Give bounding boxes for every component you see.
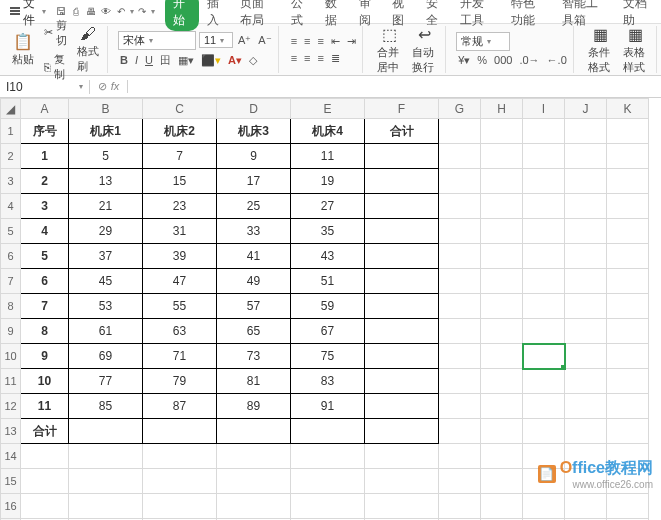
cell[interactable] — [565, 394, 607, 419]
cell[interactable]: 49 — [217, 269, 291, 294]
cell[interactable] — [439, 319, 481, 344]
cell[interactable] — [439, 494, 481, 519]
cell[interactable] — [607, 294, 649, 319]
col-header[interactable]: A — [21, 99, 69, 119]
col-header[interactable]: K — [607, 99, 649, 119]
indent-right-icon[interactable]: ⇥ — [345, 34, 358, 49]
cell[interactable] — [565, 244, 607, 269]
cell[interactable]: 59 — [291, 294, 365, 319]
cell[interactable] — [481, 344, 523, 369]
cell[interactable] — [565, 369, 607, 394]
cell[interactable] — [481, 169, 523, 194]
cell[interactable] — [565, 144, 607, 169]
cell[interactable] — [439, 144, 481, 169]
cell[interactable]: 机床1 — [69, 119, 143, 144]
cell[interactable] — [565, 169, 607, 194]
row-header[interactable]: 13 — [1, 419, 21, 444]
align-right-icon[interactable]: ≡ — [316, 51, 326, 65]
underline-icon[interactable]: U — [143, 53, 155, 67]
cell[interactable] — [69, 469, 143, 494]
cell[interactable]: 机床2 — [143, 119, 217, 144]
cell[interactable]: 47 — [143, 269, 217, 294]
cell[interactable] — [607, 394, 649, 419]
cell[interactable]: 41 — [217, 244, 291, 269]
cell[interactable] — [565, 119, 607, 144]
cell[interactable] — [365, 294, 439, 319]
cell[interactable] — [523, 219, 565, 244]
row-header[interactable]: 10 — [1, 344, 21, 369]
italic-icon[interactable]: I — [133, 53, 140, 67]
clear-format-icon[interactable]: ◇ — [247, 53, 259, 68]
cell[interactable]: 75 — [291, 344, 365, 369]
redo-icon[interactable]: ↷ — [136, 4, 149, 20]
cell[interactable] — [365, 269, 439, 294]
row-header[interactable]: 6 — [1, 244, 21, 269]
cell[interactable]: 31 — [143, 219, 217, 244]
chevron-down-icon[interactable]: ▾ — [151, 7, 155, 16]
cell[interactable] — [607, 344, 649, 369]
cell[interactable] — [607, 319, 649, 344]
cell[interactable]: 11 — [21, 394, 69, 419]
cell[interactable]: 合计 — [365, 119, 439, 144]
row-header[interactable]: 3 — [1, 169, 21, 194]
increase-font-icon[interactable]: A⁺ — [236, 33, 253, 48]
cell[interactable] — [291, 419, 365, 444]
cell[interactable]: 11 — [291, 144, 365, 169]
cell[interactable]: 91 — [291, 394, 365, 419]
cell[interactable]: 17 — [217, 169, 291, 194]
cell[interactable] — [217, 469, 291, 494]
cell[interactable]: 71 — [143, 344, 217, 369]
cell[interactable] — [481, 144, 523, 169]
undo-icon[interactable]: ↶ — [115, 4, 128, 20]
align-bottom-icon[interactable]: ≡ — [316, 34, 326, 48]
comma-icon[interactable]: 000 — [492, 53, 514, 67]
cell[interactable]: 9 — [21, 344, 69, 369]
cell[interactable] — [607, 144, 649, 169]
cell[interactable] — [143, 419, 217, 444]
auto-wrap-button[interactable]: ↩自动换行 — [408, 23, 441, 77]
cell[interactable]: 21 — [69, 194, 143, 219]
cell[interactable] — [607, 269, 649, 294]
align-left-icon[interactable]: ≡ — [289, 51, 299, 65]
cell[interactable] — [143, 444, 217, 469]
cell[interactable] — [365, 344, 439, 369]
cell[interactable] — [365, 194, 439, 219]
cell[interactable]: 序号 — [21, 119, 69, 144]
cell[interactable] — [523, 419, 565, 444]
row-header[interactable]: 16 — [1, 494, 21, 519]
cell[interactable] — [291, 494, 365, 519]
font-name-select[interactable]: 宋体▾ — [118, 31, 196, 50]
cell[interactable] — [481, 394, 523, 419]
cell[interactable] — [481, 469, 523, 494]
cell[interactable] — [365, 244, 439, 269]
cell[interactable] — [523, 119, 565, 144]
cell[interactable]: 13 — [69, 169, 143, 194]
cell[interactable] — [523, 344, 565, 369]
cell[interactable] — [69, 419, 143, 444]
row-header[interactable]: 2 — [1, 144, 21, 169]
cell[interactable] — [523, 269, 565, 294]
cell[interactable] — [481, 494, 523, 519]
cell[interactable] — [21, 469, 69, 494]
cell[interactable] — [523, 494, 565, 519]
cell[interactable]: 机床4 — [291, 119, 365, 144]
row-header[interactable]: 8 — [1, 294, 21, 319]
cell[interactable]: 51 — [291, 269, 365, 294]
cell[interactable]: 89 — [217, 394, 291, 419]
col-header[interactable]: J — [565, 99, 607, 119]
preview-icon[interactable]: 👁 — [99, 4, 112, 20]
row-header[interactable]: 14 — [1, 444, 21, 469]
row-header[interactable]: 4 — [1, 194, 21, 219]
cell[interactable] — [217, 419, 291, 444]
cell[interactable] — [439, 269, 481, 294]
decrease-decimal-icon[interactable]: ←.0 — [545, 53, 569, 67]
col-header[interactable]: G — [439, 99, 481, 119]
cell[interactable] — [523, 294, 565, 319]
cell[interactable]: 43 — [291, 244, 365, 269]
number-format-select[interactable]: 常规▾ — [456, 32, 510, 51]
cell[interactable] — [365, 369, 439, 394]
cell[interactable]: 10 — [21, 369, 69, 394]
cell[interactable] — [607, 244, 649, 269]
row-header[interactable]: 1 — [1, 119, 21, 144]
cell[interactable]: 45 — [69, 269, 143, 294]
